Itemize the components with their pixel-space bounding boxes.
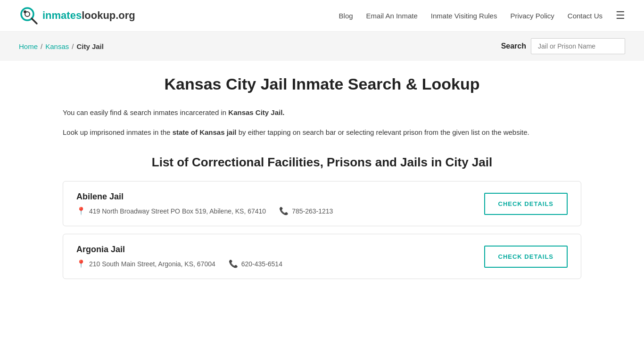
search-section: Search: [501, 38, 625, 54]
facility-card-1: Abilene Jail 📍 419 North Broadway Street…: [63, 181, 581, 226]
section-title: List of Correctional Facilities, Prisons…: [63, 155, 581, 170]
facility-card-2: Argonia Jail 📍 210 South Main Street, Ar…: [63, 234, 581, 279]
logo-icon: [19, 6, 39, 25]
nav-contact[interactable]: Contact Us: [568, 12, 603, 20]
svg-line-2: [32, 18, 37, 24]
nav-email-inmate[interactable]: Email An Inmate: [366, 12, 418, 20]
facility-info-2: Argonia Jail 📍 210 South Main Street, Ar…: [76, 245, 282, 268]
facility-name-2: Argonia Jail: [76, 245, 282, 255]
breadcrumb-sep-1: /: [41, 42, 42, 50]
nav-visiting-rules[interactable]: Inmate Visiting Rules: [431, 12, 497, 20]
breadcrumb: Home / Kansas / City Jail: [19, 42, 104, 50]
facility-name-1: Abilene Jail: [76, 192, 333, 202]
hamburger-icon[interactable]: ☰: [616, 9, 625, 22]
phone-icon-1: 📞: [279, 206, 289, 215]
header: inmateslookup.org Blog Email An Inmate I…: [0, 0, 644, 32]
main-nav: Blog Email An Inmate Inmate Visiting Rul…: [339, 9, 625, 22]
nav-privacy[interactable]: Privacy Policy: [510, 12, 554, 20]
phone-text-1: 785-263-1213: [292, 207, 333, 215]
nav-blog[interactable]: Blog: [339, 12, 353, 20]
check-details-button-2[interactable]: CHECK DETAILS: [484, 246, 568, 268]
facility-details-1: 📍 419 North Broadway Street PO Box 519, …: [76, 206, 333, 215]
facility-phone-1: 📞 785-263-1213: [279, 206, 333, 215]
check-details-button-1[interactable]: CHECK DETAILS: [484, 193, 568, 215]
address-text-1: 419 North Broadway Street PO Box 519, Ab…: [89, 207, 266, 215]
logo-link[interactable]: inmateslookup.org: [19, 6, 135, 25]
facility-info-1: Abilene Jail 📍 419 North Broadway Street…: [76, 192, 333, 215]
address-text-2: 210 South Main Street, Argonia, KS, 6700…: [89, 260, 215, 268]
facility-phone-2: 📞 620-435-6514: [229, 259, 282, 268]
logo-text: inmateslookup.org: [42, 9, 135, 22]
facility-address-2: 📍 210 South Main Street, Argonia, KS, 67…: [76, 259, 215, 268]
main-content: Kansas City Jail Inmate Search & Lookup …: [44, 61, 600, 305]
svg-point-3: [24, 10, 26, 13]
location-icon-1: 📍: [76, 206, 86, 215]
phone-icon-2: 📞: [229, 259, 238, 268]
facility-address-1: 📍 419 North Broadway Street PO Box 519, …: [76, 206, 266, 215]
breadcrumb-sep-2: /: [72, 42, 74, 50]
breadcrumb-current: City Jail: [76, 42, 104, 50]
breadcrumb-state[interactable]: Kansas: [45, 42, 69, 50]
facility-details-2: 📍 210 South Main Street, Argonia, KS, 67…: [76, 259, 282, 268]
search-label: Search: [501, 42, 526, 50]
location-icon-2: 📍: [76, 259, 86, 268]
breadcrumb-home[interactable]: Home: [19, 42, 38, 50]
page-title: Kansas City Jail Inmate Search & Lookup: [63, 75, 581, 93]
search-input[interactable]: [531, 38, 625, 54]
description-1: You can easily find & search inmates inc…: [63, 107, 581, 119]
phone-text-2: 620-435-6514: [241, 260, 282, 268]
breadcrumb-bar: Home / Kansas / City Jail Search: [0, 32, 644, 61]
description-2: Look up imprisoned inmates in the state …: [63, 126, 581, 139]
